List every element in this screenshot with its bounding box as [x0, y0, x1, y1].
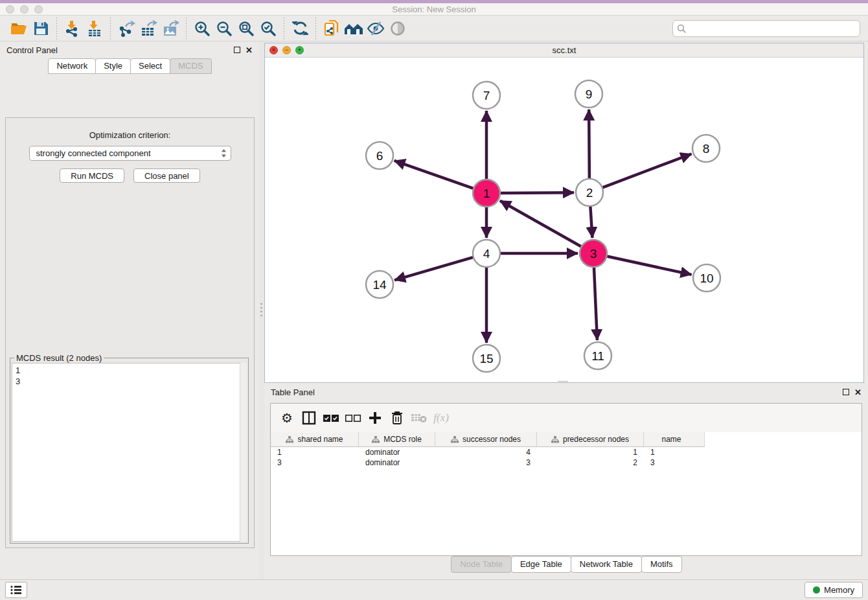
- export-network-icon[interactable]: [115, 18, 137, 39]
- tab-select[interactable]: Select: [130, 58, 170, 74]
- zoom-in-icon[interactable]: [191, 18, 213, 39]
- tab-motifs[interactable]: Motifs: [641, 556, 682, 573]
- close-panel-icon[interactable]: ✕: [246, 46, 253, 54]
- graph-node-10[interactable]: 10: [693, 264, 720, 292]
- table-cell[interactable]: 3: [271, 458, 359, 467]
- close-table-panel-icon[interactable]: ✕: [854, 388, 862, 397]
- graph-edge-3-1[interactable]: [500, 201, 583, 248]
- graph-node-9[interactable]: 9: [575, 80, 602, 108]
- table-cell[interactable]: 2: [537, 458, 644, 467]
- zoom-out-icon[interactable]: [213, 18, 235, 39]
- network-canvas[interactable]: 7968124314101511: [265, 58, 863, 382]
- graph-edge-1-6[interactable]: [394, 161, 475, 189]
- table-cell[interactable]: 1: [644, 448, 699, 457]
- column-type-icon: [551, 436, 559, 443]
- graph-edge-2-8[interactable]: [601, 154, 692, 188]
- run-mcds-button[interactable]: Run MCDS: [60, 168, 124, 183]
- graphics-details-icon[interactable]: [387, 18, 409, 39]
- select-chevrons-icon: [221, 148, 227, 158]
- float-table-panel-icon[interactable]: [843, 389, 849, 395]
- graph-edge-3-11[interactable]: [594, 266, 597, 340]
- graph-node-label: 8: [703, 142, 710, 156]
- control-panel-tabs: Network Style Select MCDS: [0, 58, 259, 74]
- import-table-icon[interactable]: [84, 18, 106, 39]
- export-table-icon[interactable]: [137, 18, 159, 39]
- column-header-predecessor-nodes[interactable]: predecessor nodes: [537, 432, 644, 446]
- tab-style[interactable]: Style: [95, 58, 131, 74]
- network-window-titlebar[interactable]: × − + scc.txt: [265, 43, 863, 58]
- table-settings-icon[interactable]: ⚙: [277, 408, 297, 428]
- table-cell[interactable]: 3: [644, 458, 699, 467]
- graph-node-8[interactable]: 8: [692, 135, 720, 162]
- column-header-shared-name[interactable]: shared name: [271, 432, 359, 446]
- table-cell[interactable]: dominator: [359, 458, 435, 467]
- network-graph[interactable]: 7968124314101511: [265, 58, 865, 382]
- tab-edge-table[interactable]: Edge Table: [511, 556, 571, 573]
- search-input[interactable]: [672, 20, 860, 37]
- tab-node-table[interactable]: Node Table: [451, 556, 512, 573]
- column-header-successor-nodes[interactable]: successor nodes: [435, 432, 537, 446]
- result-scrollbar[interactable]: [240, 363, 247, 542]
- select-all-columns-icon[interactable]: [321, 408, 341, 428]
- graph-node-4[interactable]: 4: [473, 240, 500, 267]
- graph-edge-1-2[interactable]: [499, 192, 574, 193]
- deselect-all-columns-icon[interactable]: [343, 408, 363, 428]
- first-neighbors-icon[interactable]: [343, 18, 365, 39]
- graph-node-3[interactable]: 3: [580, 240, 607, 267]
- task-history-button[interactable]: [5, 582, 27, 598]
- graph-node-6[interactable]: 6: [366, 142, 393, 169]
- table-cell[interactable]: dominator: [359, 448, 435, 457]
- network-window-title: scc.txt: [265, 45, 863, 55]
- hide-selected-eye-icon[interactable]: [365, 18, 387, 39]
- table-cell[interactable]: 1: [271, 448, 359, 457]
- graph-edge-3-10[interactable]: [606, 256, 692, 275]
- function-builder-icon[interactable]: f(x): [431, 408, 451, 428]
- table-cell[interactable]: 3: [435, 458, 537, 467]
- memory-status-dot: [813, 586, 820, 594]
- duplicate-network-icon[interactable]: [321, 18, 343, 39]
- column-header-MCDS-role[interactable]: MCDS role: [359, 432, 435, 446]
- delete-table-icon[interactable]: [409, 408, 429, 428]
- task-list-icon: [10, 585, 22, 595]
- graph-edge-2-3[interactable]: [590, 205, 592, 238]
- table-row[interactable]: 1dominator411: [271, 447, 862, 457]
- graph-node-2[interactable]: 2: [576, 179, 603, 206]
- optimization-criterion-select[interactable]: strongly connected component: [29, 146, 231, 161]
- mcds-result-text[interactable]: 1 3: [12, 363, 247, 542]
- save-session-icon[interactable]: [30, 18, 52, 39]
- vertical-splitter[interactable]: [259, 41, 264, 579]
- graph-node-label: 3: [590, 247, 597, 260]
- graph-node-1[interactable]: 1: [473, 179, 500, 207]
- tab-network-table[interactable]: Network Table: [571, 556, 642, 573]
- tab-mcds[interactable]: MCDS: [170, 58, 211, 74]
- app-titlebar: Session: New Session: [0, 3, 868, 16]
- delete-column-icon[interactable]: [387, 408, 407, 428]
- memory-button[interactable]: Memory: [805, 582, 863, 598]
- zoom-selected-icon[interactable]: [257, 18, 279, 39]
- table-cell[interactable]: 1: [537, 448, 644, 457]
- export-image-icon[interactable]: [159, 18, 181, 39]
- split-panel-icon[interactable]: [299, 408, 319, 428]
- refresh-icon[interactable]: [289, 18, 311, 39]
- import-network-icon[interactable]: [62, 18, 84, 39]
- graph-edge-2-9[interactable]: [589, 110, 589, 180]
- close-panel-button[interactable]: Close panel: [133, 168, 200, 183]
- graph-edge-4-14[interactable]: [394, 257, 475, 280]
- table-cell[interactable]: 4: [435, 448, 537, 457]
- graph-node-15[interactable]: 15: [473, 345, 500, 372]
- table-row[interactable]: 3dominator323: [271, 457, 862, 468]
- graph-node-11[interactable]: 11: [584, 342, 611, 369]
- open-session-icon[interactable]: [8, 18, 30, 39]
- column-header-name[interactable]: name: [644, 432, 699, 446]
- graph-node-7[interactable]: 7: [473, 82, 500, 109]
- zoom-fit-icon[interactable]: [235, 18, 257, 39]
- tab-network[interactable]: Network: [48, 58, 96, 74]
- toolbar-separator: [315, 17, 316, 40]
- graph-node-14[interactable]: 14: [366, 271, 393, 298]
- control-panel-title: Control Panel: [6, 45, 58, 55]
- optimization-criterion-value: strongly connected component: [36, 148, 151, 158]
- graph-node-label: 6: [376, 149, 383, 163]
- add-column-icon[interactable]: [365, 408, 385, 428]
- float-panel-icon[interactable]: [234, 47, 240, 53]
- splitter-grip[interactable]: [260, 302, 262, 319]
